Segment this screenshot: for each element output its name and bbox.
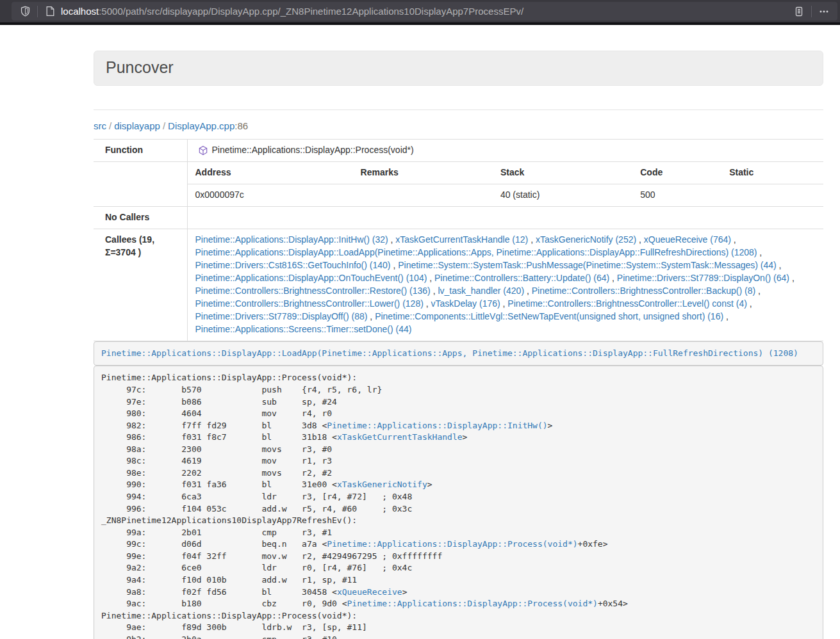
breadcrumb-line-number: :86 xyxy=(235,120,248,131)
page-title: Puncover xyxy=(106,58,811,77)
assembly-symbol-link[interactable]: Pinetime::Applications::DisplayApp::Proc… xyxy=(347,599,598,608)
callee-link[interactable]: Pinetime::Applications::DisplayApp::Init… xyxy=(195,234,388,245)
breadcrumb-separator: / xyxy=(160,120,168,131)
url-bar[interactable]: localhost:5000/path/src/displayapp/Displ… xyxy=(12,2,837,20)
page-content: Puncover src/displayapp/DisplayApp.cpp:8… xyxy=(94,51,823,639)
callee-link[interactable]: Pinetime::Components::LittleVgl::SetNewT… xyxy=(375,311,723,321)
callee-link[interactable]: Pinetime::Drivers::Cst816S::GetTouchInfo… xyxy=(195,260,391,270)
callee-link[interactable]: Pinetime::Controllers::BrightnessControl… xyxy=(507,298,746,309)
assembly-listing: Pinetime::Applications::DisplayApp::Proc… xyxy=(94,366,823,639)
toolbar-bottom-border xyxy=(0,22,840,25)
callee-link[interactable]: vTaskDelay (176) xyxy=(431,298,500,309)
callees-label: Callees (19, Σ=3704 ) xyxy=(94,229,187,341)
col-header-address: Address xyxy=(188,162,353,184)
function-table: Function Pinetime::Applications::Display… xyxy=(94,139,823,341)
function-stats-row: Address Remarks Stack Code Static 0x0000… xyxy=(94,161,823,206)
callee-link[interactable]: Pinetime::Drivers::St7789::DisplayOn() (… xyxy=(617,273,789,283)
assembly-symbol-link[interactable]: xQueueReceive xyxy=(337,587,402,597)
assembly-symbol-link[interactable]: xTaskGenericNotify xyxy=(337,480,427,489)
callees-list: Pinetime::Applications::DisplayApp::Init… xyxy=(187,229,823,341)
callee-link[interactable]: xTaskGetCurrentTaskHandle (12) xyxy=(395,234,528,245)
col-header-code: Code xyxy=(632,162,721,184)
app-header: Puncover xyxy=(94,51,823,86)
callee-link[interactable]: Pinetime::Applications::DisplayApp::OnTo… xyxy=(195,273,427,283)
stats-row-label xyxy=(94,161,187,206)
no-callers-row: No Callers xyxy=(94,206,823,229)
url-bar-divider xyxy=(37,6,38,17)
code-value: 500 xyxy=(632,184,721,206)
url-text[interactable]: localhost:5000/path/src/displayapp/Displ… xyxy=(61,6,791,17)
callee-link[interactable]: Pinetime::Controllers::BrightnessControl… xyxy=(532,286,755,296)
tracking-protection-shield-icon[interactable] xyxy=(17,4,33,19)
breadcrumb-link-displayapp[interactable]: displayapp xyxy=(114,120,160,131)
assembly-symbol-link[interactable]: Pinetime::Applications::DisplayApp::Init… xyxy=(327,421,547,430)
callee-link[interactable]: xQueueReceive (764) xyxy=(644,234,731,245)
package-icon xyxy=(198,145,208,156)
divider xyxy=(94,109,823,110)
callee-link[interactable]: Pinetime::Controllers::BrightnessControl… xyxy=(195,298,424,309)
function-row: Function Pinetime::Applications::Display… xyxy=(94,140,823,162)
callee-link[interactable]: Pinetime::Drivers::St7789::DisplayOff() … xyxy=(195,311,368,321)
callee-link[interactable]: Pinetime::Applications::Screens::Timer::… xyxy=(195,324,412,334)
stack-value: 40 (static) xyxy=(493,184,632,206)
address-value: 0x0000097c xyxy=(188,184,353,206)
breadcrumb-link-src[interactable]: src xyxy=(94,120,106,131)
url-path: :5000/path/src/displayapp/DisplayApp.cpp… xyxy=(99,6,523,17)
callee-link[interactable]: lv_task_handler (420) xyxy=(438,286,524,296)
highlighted-symbol-box: Pinetime::Applications::DisplayApp::Load… xyxy=(94,341,823,366)
function-label: Function xyxy=(94,140,187,162)
callee-link[interactable]: Pinetime::System::SystemTask::PushMessag… xyxy=(398,260,777,270)
reader-mode-icon[interactable] xyxy=(791,4,807,19)
col-header-remarks: Remarks xyxy=(353,162,493,184)
callees-row: Callees (19, Σ=3704 ) Pinetime::Applicat… xyxy=(94,229,823,341)
url-host: localhost xyxy=(61,6,99,17)
breadcrumb-separator: / xyxy=(106,120,114,131)
function-name: Pinetime::Applications::DisplayApp::Proc… xyxy=(212,144,414,157)
page-actions-menu-icon[interactable] xyxy=(816,4,832,19)
static-value xyxy=(721,184,823,206)
browser-toolbar: localhost:5000/path/src/displayapp/Displ… xyxy=(0,0,840,22)
callee-link[interactable]: Pinetime::Applications::DisplayApp::Load… xyxy=(195,247,757,257)
stats-table: Address Remarks Stack Code Static 0x0000… xyxy=(188,162,824,206)
site-identity-page-icon[interactable] xyxy=(42,4,58,19)
col-header-static: Static xyxy=(721,162,823,184)
no-callers-label: No Callers xyxy=(94,206,187,229)
stats-value-row: 0x0000097c 40 (static) 500 xyxy=(188,184,824,206)
breadcrumb-link-displayapp-cpp[interactable]: DisplayApp.cpp xyxy=(168,120,235,131)
callee-link[interactable]: xTaskGenericNotify (252) xyxy=(536,234,636,245)
breadcrumb: src/displayapp/DisplayApp.cpp:86 xyxy=(94,120,823,131)
assembly-symbol-link[interactable]: Pinetime::Applications::DisplayApp::Proc… xyxy=(327,539,577,549)
url-bar-divider-right xyxy=(811,6,812,17)
callee-link[interactable]: Pinetime::Controllers::BrightnessControl… xyxy=(195,286,431,296)
remarks-value xyxy=(353,184,493,206)
highlighted-symbol-link[interactable]: Pinetime::Applications::DisplayApp::Load… xyxy=(101,348,798,358)
callee-link[interactable]: Pinetime::Controllers::Battery::Update()… xyxy=(434,273,609,283)
assembly-symbol-link[interactable]: xTaskGetCurrentTaskHandle xyxy=(337,432,463,442)
col-header-stack: Stack xyxy=(493,162,632,184)
